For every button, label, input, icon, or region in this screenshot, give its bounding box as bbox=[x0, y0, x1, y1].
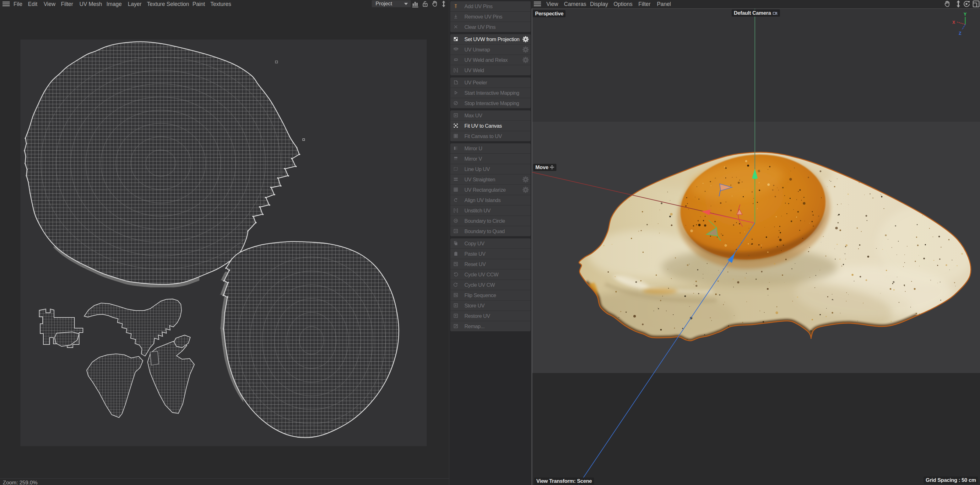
svg-text:X: X bbox=[952, 20, 955, 25]
svg-text:Z: Z bbox=[959, 31, 961, 36]
svg-text:Y: Y bbox=[964, 12, 967, 17]
